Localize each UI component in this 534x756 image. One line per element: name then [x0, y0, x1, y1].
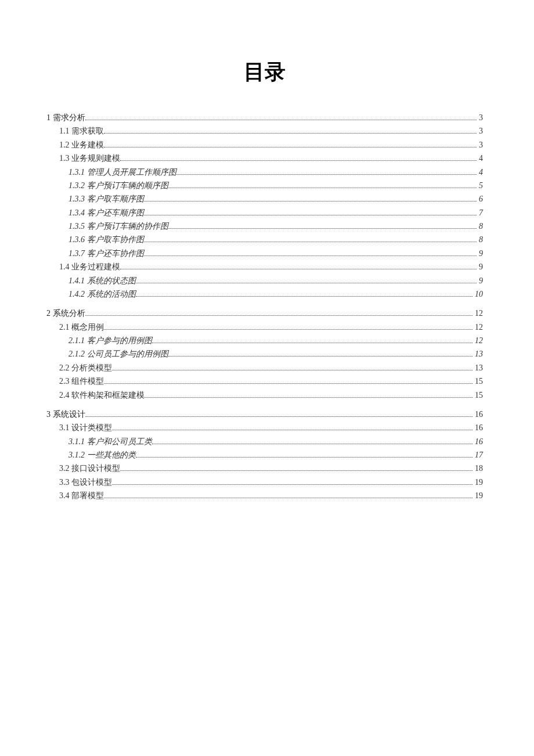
toc-leader-dots	[144, 242, 477, 242]
toc-entry[interactable]: 3 系统设计16	[46, 408, 483, 421]
toc-entry-label: 1.2 业务建模	[59, 138, 104, 152]
toc-entry-label: 3.1.1 客户和公司员工类	[68, 435, 152, 448]
toc-leader-dots	[152, 444, 473, 444]
toc-entry-page: 18	[474, 462, 483, 475]
toc-entry[interactable]: 2.1.2 公司员工参与的用例图13	[46, 347, 483, 361]
toc-leader-dots	[112, 370, 472, 370]
toc-entry-page: 16	[474, 421, 483, 434]
toc-entry[interactable]: 1.3.7 客户还车协作图9	[46, 247, 483, 260]
toc-entry-label: 1.1 需求获取	[59, 124, 104, 138]
toc-entry-label: 3.2 接口设计模型	[59, 462, 120, 475]
toc-leader-dots	[120, 160, 477, 161]
toc-entry-page: 4	[478, 152, 483, 165]
toc-leader-dots	[144, 255, 477, 256]
toc-entry[interactable]: 2.1.1 客户参与的用例图12	[46, 334, 483, 347]
toc-entry-label: 1.3.1 管理人员开展工作顺序图	[68, 165, 176, 179]
toc-entry-label: 2 系统分析	[46, 307, 85, 320]
toc-entry-page: 3	[478, 111, 483, 124]
toc-entry[interactable]: 1.4 业务过程建模9	[46, 260, 483, 273]
toc-entry[interactable]: 1 需求分析3	[46, 111, 483, 124]
toc-title: 目录	[46, 58, 483, 87]
toc-entry[interactable]: 1.4.1 系统的状态图9	[46, 274, 483, 287]
toc-entry[interactable]: 1.1 需求获取3	[46, 124, 483, 138]
toc-leader-dots	[112, 484, 472, 485]
toc-entry[interactable]: 1.3 业务规则建模4	[46, 152, 483, 165]
toc-entry[interactable]: 1.3.1 管理人员开展工作顺序图4	[46, 165, 483, 179]
toc-entry-page: 5	[478, 179, 483, 192]
toc-entry-page: 15	[474, 388, 483, 402]
toc-entry-page: 7	[478, 206, 483, 219]
toc-entry-label: 2.1.2 公司员工参与的用例图	[68, 347, 168, 361]
toc-entry[interactable]: 2 系统分析12	[46, 307, 483, 320]
toc-leader-dots	[144, 201, 477, 201]
toc-leader-dots	[85, 120, 477, 120]
toc-entry[interactable]: 3.1.1 客户和公司员工类16	[46, 435, 483, 448]
toc-entry-page: 12	[474, 307, 483, 320]
toc-entry-page: 10	[474, 287, 483, 301]
toc-entry-page: 6	[478, 192, 483, 206]
toc-entry-page: 17	[474, 448, 483, 462]
toc-leader-dots	[136, 296, 473, 297]
toc-entry-label: 1.3.2 客户预订车辆的顺序图	[68, 179, 168, 192]
toc-entry-label: 1.4.2 系统的活动图	[68, 287, 136, 301]
toc-entry-page: 12	[474, 321, 483, 334]
toc-leader-dots	[136, 283, 477, 283]
toc-entry[interactable]: 2.1 概念用例12	[46, 321, 483, 334]
toc-entry-label: 2.3 组件模型	[59, 375, 104, 388]
toc-entry-page: 9	[478, 247, 483, 260]
toc-entry-label: 1.4.1 系统的状态图	[68, 274, 136, 287]
toc-entry-label: 3 系统设计	[46, 408, 85, 421]
toc-entry[interactable]: 3.1.2 一些其他的类17	[46, 448, 483, 462]
toc-entry-label: 1.3.6 客户取车协作图	[68, 233, 144, 246]
toc-entry[interactable]: 1.2 业务建模3	[46, 138, 483, 152]
toc-entry[interactable]: 2.3 组件模型15	[46, 375, 483, 388]
toc-entry-page: 3	[478, 138, 483, 152]
toc-entry[interactable]: 1.3.6 客户取车协作图8	[46, 233, 483, 246]
toc-entry[interactable]: 3.2 接口设计模型18	[46, 462, 483, 475]
toc-entry-page: 4	[478, 165, 483, 179]
toc-leader-dots	[104, 383, 472, 384]
toc-entry[interactable]: 2.2 分析类模型13	[46, 361, 483, 375]
toc-leader-dots	[152, 343, 473, 343]
toc-entry[interactable]: 1.3.3 客户取车顺序图6	[46, 192, 483, 206]
toc-leader-dots	[120, 470, 472, 471]
toc-entry-page: 8	[478, 219, 483, 233]
toc-entry-page: 3	[478, 124, 483, 138]
toc-entry-page: 16	[474, 435, 483, 448]
toc-entry[interactable]: 3.3 包设计模型19	[46, 476, 483, 489]
toc-entry-label: 1.3 业务规则建模	[59, 152, 120, 165]
toc-leader-dots	[136, 457, 473, 458]
toc-leader-dots	[168, 228, 477, 229]
toc-entry-label: 3.3 包设计模型	[59, 476, 112, 489]
toc-entry-page: 8	[478, 233, 483, 246]
toc-entry[interactable]: 1.3.5 客户预订车辆的协作图8	[46, 219, 483, 233]
toc-leader-dots	[168, 188, 477, 188]
toc-entry-page: 9	[478, 260, 483, 273]
toc-entry-label: 2.4 软件构架和框架建模	[59, 388, 145, 402]
toc-leader-dots	[176, 174, 477, 175]
toc-entry-label: 1.3.7 客户还车协作图	[68, 247, 144, 260]
toc-leader-dots	[145, 397, 472, 398]
toc-leader-dots	[85, 416, 473, 417]
toc-entry[interactable]: 3.4 部署模型19	[46, 489, 483, 502]
toc-entry-label: 1.3.4 客户还车顺序图	[68, 206, 144, 219]
toc-leader-dots	[104, 147, 477, 147]
toc-entry-label: 2.1 概念用例	[59, 321, 104, 334]
toc-entry-page: 12	[474, 334, 483, 347]
toc-leader-dots	[120, 269, 477, 269]
toc-entry-label: 3.4 部署模型	[59, 489, 104, 502]
toc-entry[interactable]: 2.4 软件构架和框架建模15	[46, 388, 483, 402]
toc-leader-dots	[85, 315, 473, 316]
toc-leader-dots	[104, 329, 472, 330]
toc-entry[interactable]: 1.3.4 客户还车顺序图7	[46, 206, 483, 219]
toc-entry-page: 13	[474, 361, 483, 375]
toc-entry-label: 2.2 分析类模型	[59, 361, 112, 375]
toc-entry-page: 19	[474, 489, 483, 502]
toc-entry[interactable]: 3.1 设计类模型16	[46, 421, 483, 434]
toc-entry[interactable]: 1.4.2 系统的活动图10	[46, 287, 483, 301]
toc-entry[interactable]: 1.3.2 客户预订车辆的顺序图5	[46, 179, 483, 192]
toc-entry-page: 15	[474, 375, 483, 388]
toc-leader-dots	[168, 356, 473, 357]
toc-entry-label: 1.3.5 客户预订车辆的协作图	[68, 219, 168, 233]
toc-entry-label: 1 需求分析	[46, 111, 85, 124]
